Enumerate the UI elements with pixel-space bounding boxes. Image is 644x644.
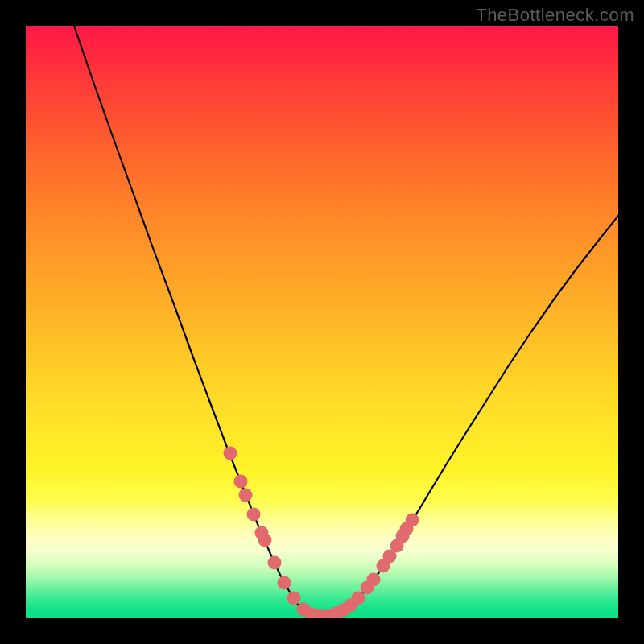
chart-root: TheBottleneck.com	[0, 0, 644, 644]
marker-dot	[224, 447, 237, 460]
marker-dot	[352, 592, 365, 605]
watermark-label: TheBottleneck.com	[476, 5, 634, 26]
marker-dot	[287, 592, 301, 605]
marker-dot	[268, 556, 282, 570]
marker-dot	[278, 576, 291, 590]
marker-dot	[400, 522, 414, 536]
markers-group	[224, 447, 419, 619]
chart-svg	[26, 26, 618, 618]
plot-area	[26, 26, 618, 618]
marker-dot	[247, 508, 261, 522]
curve-path	[74, 26, 618, 617]
marker-dot	[234, 475, 248, 489]
marker-dot	[239, 489, 253, 502]
marker-dot	[258, 534, 272, 547]
marker-dot	[367, 573, 381, 587]
